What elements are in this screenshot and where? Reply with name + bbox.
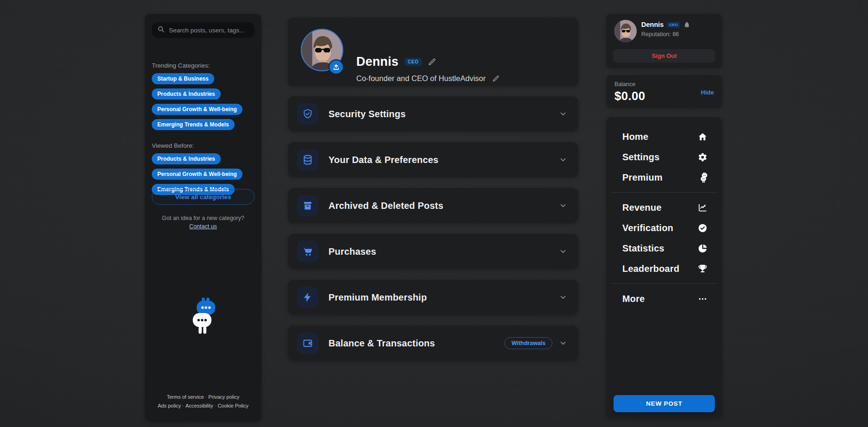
view-all-categories-button[interactable]: View all categories — [152, 189, 254, 205]
trending-categories-label: Trending Categories: — [152, 62, 210, 69]
chevron-down-icon[interactable] — [559, 247, 567, 256]
category-pill[interactable]: Personal Growth & Well-being — [152, 169, 242, 180]
upload-icon — [333, 63, 340, 70]
section-premium-membership[interactable]: Premium Membership — [288, 280, 578, 315]
section-archived-deleted-posts[interactable]: Archived & Deleted Posts — [288, 188, 578, 223]
database-icon — [297, 149, 318, 170]
nav-card: Home Settings Premium Revenue — [606, 117, 722, 418]
nav-divider — [611, 283, 718, 284]
section-your-data-preferences[interactable]: Your Data & Preferences — [288, 142, 578, 177]
bolt-icon — [297, 287, 318, 308]
chevron-down-icon[interactable] — [559, 110, 567, 118]
trending-category-list: Startup & Business Products & Industries… — [152, 73, 242, 130]
section-balance-transactions[interactable]: Balance & Transactions Withdrawals — [288, 326, 578, 361]
category-pill[interactable]: Startup & Business — [152, 73, 214, 84]
search-icon — [157, 25, 165, 35]
section-title: Premium Membership — [329, 292, 427, 303]
nav-divider — [611, 192, 718, 193]
home-icon — [698, 132, 707, 142]
avatar — [614, 20, 637, 42]
wallet-icon — [297, 333, 318, 354]
ads-policy-link[interactable]: Ads policy — [158, 403, 181, 408]
nav-item-home[interactable]: Home — [606, 126, 722, 147]
category-pill[interactable]: Personal Growth & Well-being — [152, 104, 242, 115]
user-card: Dennis CEO Reputation: 86 Sign Out — [606, 14, 722, 68]
contact-us-link[interactable]: Contact us — [189, 223, 217, 230]
trophy-icon — [698, 264, 707, 274]
ellipsis-icon — [698, 294, 707, 304]
cart-icon — [297, 241, 318, 262]
accessibility-link[interactable]: Accessibility — [186, 403, 213, 408]
chevron-down-icon[interactable] — [559, 293, 567, 301]
profile-card: Dennis CEO Co-founder and CEO of HustleA… — [288, 18, 578, 86]
upload-avatar-button[interactable] — [329, 59, 344, 75]
gear-icon — [698, 152, 707, 162]
search-box[interactable] — [152, 22, 254, 38]
privacy-policy-link[interactable]: Privacy policy — [208, 394, 239, 400]
category-pill[interactable]: Emerging Trends & Models — [152, 119, 235, 130]
chevron-down-icon[interactable] — [559, 201, 567, 210]
profile-bio: Co-founder and CEO of HustleAdvisor — [356, 74, 486, 83]
check-circle-icon — [698, 223, 707, 233]
category-pill[interactable]: Products & Industries — [152, 88, 221, 100]
withdrawals-button[interactable]: Withdrawals — [504, 337, 552, 349]
nav-item-premium[interactable]: Premium — [606, 167, 722, 188]
profile-name: Dennis — [356, 55, 398, 69]
shield-check-icon — [297, 103, 318, 125]
edit-name-pencil-icon[interactable] — [428, 58, 436, 66]
reputation-text: Reputation: 86 — [641, 31, 679, 38]
ceo-badge: CEO — [667, 22, 680, 28]
search-input[interactable] — [169, 27, 249, 34]
dollar-chat-logo-icon — [701, 172, 707, 183]
section-purchases[interactable]: Purchases — [288, 234, 578, 269]
nav-item-statistics[interactable]: Statistics — [606, 238, 722, 258]
edit-bio-pencil-icon[interactable] — [492, 75, 500, 82]
nav-item-revenue[interactable]: Revenue — [606, 197, 722, 218]
pie-chart-icon — [698, 244, 707, 253]
terms-of-service-link[interactable]: Terms of service — [167, 394, 204, 400]
ceo-badge: CEO — [404, 58, 422, 66]
nav-item-verification[interactable]: Verification — [606, 218, 722, 238]
nav-item-settings[interactable]: Settings — [606, 147, 722, 167]
section-title: Security Settings — [329, 109, 406, 119]
chart-line-icon — [698, 203, 707, 213]
nav-item-more[interactable]: More — [606, 289, 722, 309]
nav-item-leaderboard[interactable]: Leaderboard — [606, 258, 722, 279]
balance-card: Balance $0.00 Hide — [606, 75, 722, 108]
section-title: Balance & Transactions — [329, 338, 435, 349]
section-security-settings[interactable]: Security Settings — [288, 96, 578, 132]
dollar-chat-logo-icon — [192, 294, 216, 339]
new-category-prompt: Got an idea for a new category? — [145, 215, 261, 221]
sign-out-button[interactable]: Sign Out — [613, 49, 715, 63]
chevron-down-icon[interactable] — [559, 156, 567, 164]
section-title: Archived & Deleted Posts — [329, 201, 443, 211]
legal-footer: Terms of service·Privacy policy Ads poli… — [145, 393, 261, 410]
bell-icon[interactable] — [683, 21, 690, 28]
left-sidebar: Trending Categories: Startup & Business … — [145, 14, 261, 421]
chevron-down-icon[interactable] — [559, 339, 567, 347]
hide-balance-link[interactable]: Hide — [701, 89, 714, 96]
section-title: Your Data & Preferences — [329, 155, 439, 165]
cookie-policy-link[interactable]: Cookie Policy — [217, 403, 248, 408]
viewed-before-label: Viewed Before: — [152, 142, 194, 149]
balance-amount: $0.00 — [614, 89, 645, 103]
section-title: Purchases — [329, 246, 376, 257]
balance-label: Balance — [614, 81, 635, 88]
archive-icon — [297, 195, 318, 216]
new-post-button[interactable]: NEW POST — [614, 395, 715, 412]
category-pill[interactable]: Products & Industries — [152, 153, 221, 164]
user-name: Dennis — [641, 21, 663, 28]
